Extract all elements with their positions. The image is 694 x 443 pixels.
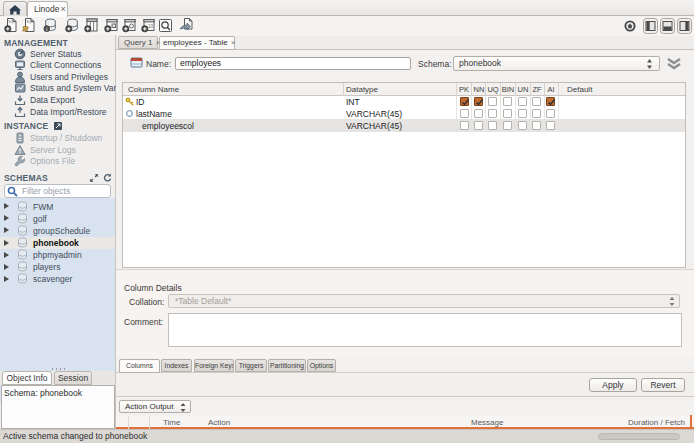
svg-text:SQL: SQL [8, 20, 15, 24]
svg-text:SQL: SQL [26, 20, 33, 24]
svg-text:10: 10 [148, 24, 154, 29]
